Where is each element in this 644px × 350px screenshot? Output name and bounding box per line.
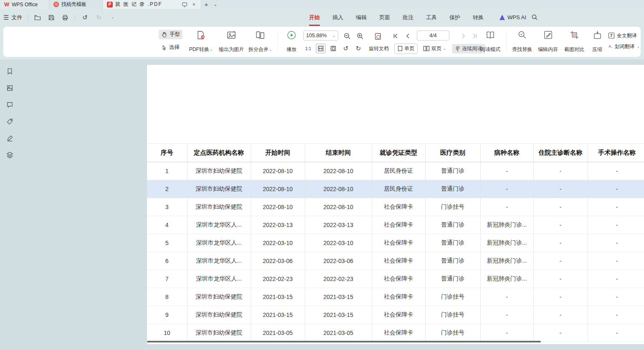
save-icon[interactable] xyxy=(47,13,56,22)
ribbon-tab-6[interactable]: 工具 xyxy=(426,9,437,26)
table-cell: 2022-03-06 xyxy=(305,252,372,270)
zoom-level-select[interactable]: 105.88% ⌄ xyxy=(303,31,338,41)
export-image-label: 输出为图片 xyxy=(219,46,244,53)
table-cell: - xyxy=(588,324,644,342)
horizontal-scrollbar[interactable] xyxy=(147,341,541,342)
table-cell: 深圳市妇幼保健院 xyxy=(187,288,251,306)
attachments-panel-button[interactable] xyxy=(5,116,15,126)
tab-template[interactable]: 找 找稿壳模板 xyxy=(49,0,103,9)
word-translate-button[interactable]: 划词翻译 ⌄ xyxy=(608,41,640,52)
single-page-label: 单页 xyxy=(404,45,414,52)
tab-document-active[interactable]: P 就 医 记 录 .PDF × xyxy=(103,0,201,9)
edit-content-button[interactable]: 编辑内容 xyxy=(535,29,560,55)
table-cell: 深圳市妇幼保健院 xyxy=(187,306,251,324)
table-cell: - xyxy=(533,198,588,216)
toolbar-divider xyxy=(277,32,278,52)
bookmark-panel-button[interactable] xyxy=(5,66,15,76)
first-page-button[interactable] xyxy=(391,31,400,41)
tab-wps-office[interactable]: W WPS Office xyxy=(0,0,49,9)
double-page-icon xyxy=(423,46,430,51)
select-tool-button[interactable]: 选择 xyxy=(159,43,182,52)
table-cell: 2022-03-13 xyxy=(251,216,305,234)
hand-tool-button[interactable]: 手型 xyxy=(159,30,183,39)
wps-ai-label: WPS AI xyxy=(507,14,526,20)
main-area: 序号定点医药机构名称开始时间结束时间就诊凭证类型医疗类别病种名称住院主诊断名称手… xyxy=(0,59,644,350)
undo-history-chevron-icon[interactable]: ⌄ xyxy=(108,13,117,22)
thumbnails-panel-button[interactable] xyxy=(5,83,15,93)
wps-ai-button[interactable]: WPS AI xyxy=(499,9,526,26)
new-tab-button[interactable]: + xyxy=(201,0,211,9)
next-page-button[interactable] xyxy=(459,31,468,41)
table-cell: - xyxy=(588,270,644,288)
rotate-doc-button[interactable]: 旋转文档 xyxy=(366,44,392,54)
read-mode-button[interactable]: 阅读模式 xyxy=(478,29,503,55)
ribbon-tab-7[interactable]: 保护 xyxy=(449,9,460,26)
split-merge-button[interactable]: 拆分合并⌄ xyxy=(246,29,274,55)
redo-icon[interactable]: ↻ xyxy=(94,13,103,22)
table-cell: - xyxy=(533,270,588,288)
prev-page-button[interactable] xyxy=(403,31,413,41)
column-header: 定点医药机构名称 xyxy=(187,144,251,162)
undo-icon[interactable]: ↺ xyxy=(81,13,89,22)
table-cell: - xyxy=(588,198,644,216)
table-cell: 1 xyxy=(147,162,187,180)
table-cell: 居民身份证 xyxy=(372,162,425,180)
ribbon-tab-1[interactable]: 开始 xyxy=(309,9,320,26)
pdf-convert-button[interactable]: PDF转换⌄ xyxy=(187,29,215,55)
chevron-down-icon: ⌄ xyxy=(210,48,213,51)
ribbon-tab-8[interactable]: 转换 xyxy=(473,9,484,26)
close-tab-icon[interactable]: × xyxy=(191,1,197,8)
double-page-label: 双页 xyxy=(431,45,441,52)
table-cell: 2022-08-10 xyxy=(305,162,372,180)
rotate-left-icon: ↺ xyxy=(343,45,349,52)
toolbar-band: 手型 选择 PDF转换⌄ 输出为图片 拆分合并⌄ xyxy=(0,26,644,59)
layers-panel-button[interactable] xyxy=(5,150,15,160)
ribbon-tab-2[interactable]: 插入 xyxy=(332,9,343,26)
pdf-convert-icon xyxy=(196,30,206,40)
open-in-window-icon[interactable] xyxy=(181,2,188,8)
zoom-in-button[interactable] xyxy=(355,31,365,41)
compress-button[interactable]: 压缩 xyxy=(588,29,606,55)
wps-ai-icon xyxy=(499,15,505,20)
document-canvas[interactable]: 序号定点医药机构名称开始时间结束时间就诊凭证类型医疗类别病种名称住院主诊断名称手… xyxy=(19,59,644,350)
fit-width-button[interactable] xyxy=(316,43,326,54)
ribbon-tab-3[interactable]: 编辑 xyxy=(356,9,367,26)
print-icon[interactable] xyxy=(61,13,69,22)
screenshot-compare-icon xyxy=(570,30,579,40)
table-cell: 普通门诊 xyxy=(425,180,480,198)
open-file-icon[interactable] xyxy=(33,13,42,22)
split-merge-icon xyxy=(255,30,265,40)
compress-label: 压缩 xyxy=(592,46,602,53)
table-cell: 9 xyxy=(147,306,187,324)
rotate-right-button[interactable]: ↻ xyxy=(353,43,363,54)
single-page-button[interactable]: 单页 xyxy=(394,43,418,54)
single-page-icon xyxy=(398,46,403,51)
table-cell: - xyxy=(588,180,644,198)
divider xyxy=(75,14,75,21)
medical-records-table: 序号定点医药机构名称开始时间结束时间就诊凭证类型医疗类别病种名称住院主诊断名称手… xyxy=(147,143,644,342)
ribbon-tab-4[interactable]: 页面 xyxy=(379,9,390,26)
rotate-left-button[interactable]: ↺ xyxy=(341,43,351,54)
ribbon-tab-5[interactable]: 批注 xyxy=(403,9,413,26)
table-cell: 深圳市龙华区人... xyxy=(187,252,251,270)
export-image-button[interactable]: 输出为图片 xyxy=(217,29,246,55)
zoom-out-button[interactable] xyxy=(342,31,352,41)
actual-size-button[interactable]: 1:1 xyxy=(303,43,313,54)
screenshot-compare-button[interactable]: 截图对比 xyxy=(561,29,587,55)
fit-window-button[interactable] xyxy=(373,31,383,41)
tab-list-chevron-icon[interactable]: ⌄ xyxy=(211,0,220,9)
column-header: 医疗类别 xyxy=(425,144,480,162)
play-button[interactable]: 播放 xyxy=(282,29,301,55)
menu-search-icon[interactable] xyxy=(531,14,538,20)
full-translate-button[interactable]: 全文翻译 xyxy=(608,30,640,41)
signature-panel-button[interactable] xyxy=(5,133,15,143)
page-number-input[interactable] xyxy=(417,31,449,41)
table-cell: 新冠肺炎门诊... xyxy=(480,270,533,288)
table-row: 7深圳市龙华区人...2022-02-232022-02-23社会保障卡普通门诊… xyxy=(147,270,644,288)
chevron-down-icon: ⌄ xyxy=(443,47,446,51)
find-replace-button[interactable]: 查找替换 xyxy=(510,29,535,55)
fit-page-button[interactable] xyxy=(328,43,338,54)
comments-panel-button[interactable] xyxy=(5,100,15,110)
double-page-button[interactable]: 双页 ⌄ xyxy=(420,44,449,54)
file-menu-button[interactable]: ☰ 文件 xyxy=(3,14,22,21)
